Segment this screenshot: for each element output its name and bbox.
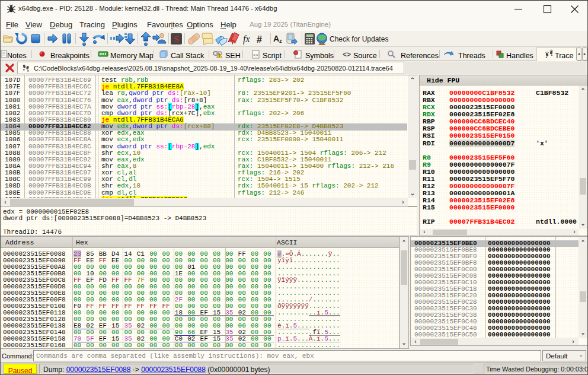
svg-text:A: A: [273, 34, 279, 43]
svg-text:S: S: [174, 34, 178, 44]
svg-text:fx: fx: [243, 34, 250, 45]
svg-text:z: z: [279, 38, 282, 44]
svg-text:#: #: [257, 34, 262, 45]
svg-text:!: !: [219, 53, 220, 58]
svg-text:<>: <>: [253, 52, 259, 58]
svg-text:<>: <>: [343, 50, 351, 59]
